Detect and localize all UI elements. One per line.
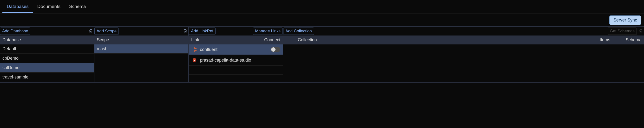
svg-point-1 [194, 49, 195, 50]
collection-header-label: Collection [286, 37, 329, 43]
svg-point-4 [196, 50, 196, 51]
collection-header: Collection Items Schema [283, 36, 644, 44]
scope-row[interactable]: mash [94, 44, 188, 54]
database-row-label: cbDemo [2, 56, 18, 61]
add-scope-button[interactable]: Add Scope [94, 28, 119, 35]
add-collection-button[interactable]: Add Collection [283, 28, 314, 35]
database-row[interactable]: cbDemo [0, 54, 94, 63]
server-sync-button[interactable]: Server Sync [609, 16, 641, 25]
database-row[interactable]: travel-sample [0, 73, 94, 82]
svg-point-0 [194, 48, 195, 49]
svg-point-2 [194, 51, 195, 52]
tab-bar: Databases Documents Schema [0, 0, 644, 14]
s3-bucket-icon [191, 57, 198, 63]
database-row-label: travel-sample [2, 75, 28, 80]
delete-scope-icon[interactable] [182, 28, 188, 34]
link-header-label: Link [191, 37, 199, 43]
database-row[interactable]: Default [0, 44, 94, 54]
data-browser: Add Database Database Default cbDemo col… [0, 26, 644, 83]
link-row[interactable]: confluent [189, 44, 283, 55]
database-header: Database [0, 36, 94, 44]
tab-documents[interactable]: Documents [33, 1, 65, 13]
link-list: confluent prasad-capella-data-studio [189, 44, 283, 75]
connect-header-label: Connect [264, 37, 280, 43]
database-list: Default cbDemo colDemo travel-sample [0, 44, 94, 82]
scope-column: Add Scope Scope mash [94, 27, 189, 82]
database-row-label: colDemo [2, 65, 20, 70]
link-row-empty [189, 66, 283, 75]
scope-row-label: mash [97, 46, 108, 51]
database-header-label: Database [2, 37, 21, 43]
scope-header: Scope [94, 36, 188, 44]
tab-schema[interactable]: Schema [65, 1, 90, 13]
manage-links-button[interactable]: Manage Links [253, 28, 283, 35]
database-row-label: Default [2, 46, 16, 51]
add-database-button[interactable]: Add Database [0, 28, 30, 35]
connect-toggle[interactable] [271, 47, 280, 52]
items-header-label: Items [329, 37, 618, 43]
delete-collection-icon [638, 28, 644, 34]
kafka-icon [191, 46, 198, 53]
database-column: Add Database Database Default cbDemo col… [0, 27, 94, 82]
link-column: Add LinkRef Manage Links Link Connect [189, 27, 283, 82]
add-linkref-button[interactable]: Add LinkRef [189, 28, 216, 35]
link-header: Link Connect [189, 36, 283, 44]
scope-header-label: Scope [97, 37, 109, 43]
get-schemas-button: Get Schemas [608, 28, 637, 35]
database-row[interactable]: colDemo [0, 63, 94, 73]
svg-point-3 [196, 48, 196, 49]
schema-header-label: Schema [618, 37, 642, 43]
link-row-label: confluent [200, 47, 218, 52]
link-row[interactable]: prasad-capella-data-studio [189, 55, 283, 66]
scope-list: mash [94, 44, 188, 54]
link-row-label: prasad-capella-data-studio [200, 58, 251, 63]
svg-rect-6 [194, 60, 195, 61]
collection-column: Add Collection Get Schemas Collection It… [283, 27, 644, 82]
tab-databases[interactable]: Databases [2, 1, 33, 13]
svg-point-5 [193, 58, 196, 59]
sync-row: Server Sync [0, 14, 644, 26]
delete-database-icon[interactable] [88, 28, 94, 34]
